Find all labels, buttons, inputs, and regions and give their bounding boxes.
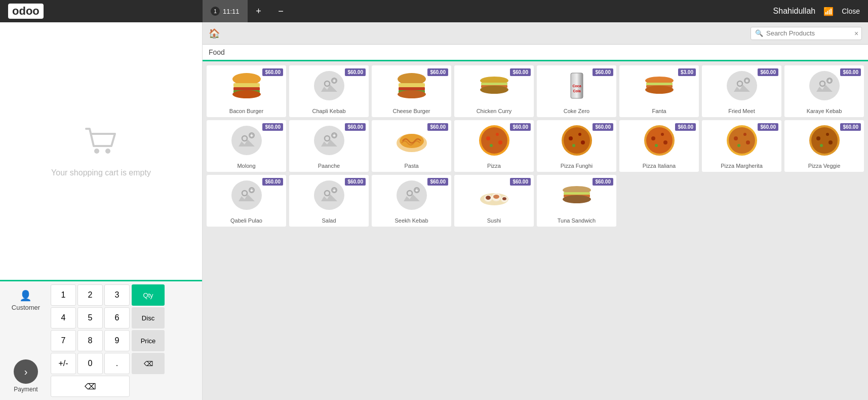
product-card-pizza-funghi[interactable]: $60.00 Pizza Funghi [537, 120, 616, 172]
price-badge: $60.00 [427, 123, 448, 131]
num-7-button[interactable]: 7 [51, 330, 76, 351]
product-card-fanta[interactable]: $3.00 Fanta [619, 65, 699, 117]
svg-point-48 [564, 127, 590, 154]
product-name: Cheese Burger [391, 106, 432, 117]
price-badge: $60.00 [427, 68, 448, 76]
product-name: Chapli Kebab [310, 106, 347, 117]
search-box[interactable]: 🔍 × [751, 27, 862, 40]
product-name: Salad [320, 215, 338, 227]
svg-point-58 [655, 144, 658, 147]
qty-button[interactable]: Qty [132, 284, 165, 306]
price-button[interactable]: Price [132, 330, 165, 351]
product-card-fried-meet[interactable]: $60.00 + Fried Meet [702, 65, 781, 117]
num-dot-button[interactable]: . [104, 353, 130, 374]
svg-point-68 [826, 133, 829, 136]
product-placeholder-image: + [314, 180, 344, 210]
add-tab-button[interactable]: + [248, 0, 270, 22]
product-card-tuna-sandwich[interactable]: $60.00 Tuna Sandwich [537, 175, 616, 227]
payment-button[interactable]: › Payment [14, 359, 38, 393]
num-6-button[interactable]: 6 [104, 307, 130, 329]
wifi-icon: 📶 [823, 7, 834, 16]
product-name: Pasta [402, 161, 420, 172]
product-card-paanche[interactable]: $60.00 + Paanche [289, 120, 369, 172]
svg-point-71 [242, 191, 247, 196]
svg-text:Coca: Coca [572, 84, 581, 88]
price-badge: $60.00 [840, 68, 861, 76]
product-card-sushi[interactable]: $60.00 Sushi [454, 175, 534, 227]
search-input[interactable] [766, 29, 851, 37]
search-clear-button[interactable]: × [854, 29, 858, 38]
product-card-pizza-veggie[interactable]: $60.00 Pizza Veggie [784, 120, 864, 172]
svg-text:+: + [333, 188, 336, 193]
svg-rect-3 [233, 83, 260, 87]
price-badge: $60.00 [262, 178, 283, 186]
product-card-coke-zero[interactable]: $60.00 Coca Cola Coke Zero [537, 65, 616, 117]
product-card-salad[interactable]: $60.00 + Salad [289, 175, 369, 227]
price-badge: $60.00 [345, 68, 366, 76]
tab-item[interactable]: 1 11:11 [203, 0, 248, 22]
product-card-chicken-curry[interactable]: $60.00 Chicken Curry [454, 65, 534, 117]
remove-tab-button[interactable]: − [270, 0, 292, 22]
num-5-button[interactable]: 5 [77, 307, 103, 329]
product-name: Chicken Curry [475, 106, 514, 117]
num-backspace-button[interactable]: ⌫ [51, 376, 130, 397]
close-button[interactable]: Close [842, 7, 860, 15]
product-name: Tuna Sandwich [556, 215, 598, 227]
customer-button[interactable]: 👤 Customer [9, 286, 43, 314]
product-name: Bacon Burger [227, 106, 265, 117]
price-badge: $60.00 [262, 68, 283, 76]
product-card-cheese-burger[interactable]: $60.00 Cheese Burger [372, 65, 451, 117]
svg-point-85 [493, 195, 499, 199]
svg-point-43 [486, 136, 490, 140]
customer-icon: 👤 [19, 289, 32, 302]
num-2-button[interactable]: 2 [77, 284, 103, 306]
svg-text:+: + [250, 133, 253, 138]
product-card-molong[interactable]: $60.00 + Molong [207, 120, 286, 172]
product-card-pizza-margherita[interactable]: $60.00 Pizza Margherita [702, 120, 781, 172]
product-card-pasta[interactable]: $60.00 Pasta [372, 120, 451, 172]
svg-point-49 [569, 136, 573, 140]
svg-point-50 [578, 133, 581, 136]
svg-text:Cola: Cola [573, 89, 580, 93]
svg-point-86 [502, 197, 506, 200]
logo-text: odoo [8, 4, 44, 19]
svg-point-46 [490, 144, 493, 147]
num-9-button[interactable]: 9 [104, 330, 130, 351]
svg-text:+: + [828, 78, 831, 84]
price-badge: $60.00 [593, 123, 613, 131]
svg-point-55 [651, 136, 655, 140]
product-card-chapli-kebab[interactable]: $60.00 + Chapli Kebab [289, 65, 369, 117]
num-0-button[interactable]: 0 [77, 353, 103, 374]
category-name: Food [209, 48, 225, 56]
svg-point-63 [746, 140, 750, 144]
price-badge: $60.00 [758, 123, 778, 131]
number-grid: 1 2 3 4 5 6 7 8 9 +/- 0 . ⌫ [51, 284, 130, 397]
num-8-button[interactable]: 8 [77, 330, 103, 351]
product-card-bacon-burger[interactable]: $60.00 Bacon Burger [207, 65, 286, 117]
product-card-pizza-italiana[interactable]: $60.00 Pizza Italiana [619, 120, 699, 172]
top-bar: odoo 1 11:11 + − Shahidullah 📶 Close [0, 0, 868, 22]
num-1-button[interactable]: 1 [51, 284, 76, 306]
action-backspace-button[interactable]: ⌫ [132, 353, 165, 374]
svg-point-62 [743, 133, 746, 136]
numpad-area: 👤 Customer › Payment 1 2 3 4 5 6 7 8 9 + [0, 281, 202, 400]
cart-icon [84, 125, 119, 162]
product-card-karaye-kebab[interactable]: $60.00 + Karaye Kebab [784, 65, 864, 117]
disc-button[interactable]: Disc [132, 307, 165, 329]
home-button[interactable]: 🏠 [209, 28, 220, 39]
product-name: Pizza [485, 161, 503, 172]
num-3-button[interactable]: 3 [104, 284, 130, 306]
payment-label: Payment [14, 386, 37, 393]
left-panel: Your shopping cart is empty 👤 Customer ›… [0, 22, 203, 400]
svg-text:+: + [250, 188, 253, 193]
product-card-seekh-kebab[interactable]: $60.00 + Seekh Kebab [372, 175, 451, 227]
product-card-pizza[interactable]: $60.00 Pizza [454, 120, 534, 172]
num-4-button[interactable]: 4 [51, 307, 76, 329]
product-name: Seekh Kebab [392, 215, 430, 227]
num-plusminus-button[interactable]: +/- [51, 353, 76, 374]
svg-point-6 [232, 90, 261, 98]
svg-point-70 [820, 144, 823, 147]
price-badge: $60.00 [593, 178, 613, 186]
price-badge: $60.00 [510, 68, 531, 76]
product-card-qabeli-pulao[interactable]: $60.00 + Qabeli Pulao [207, 175, 286, 227]
